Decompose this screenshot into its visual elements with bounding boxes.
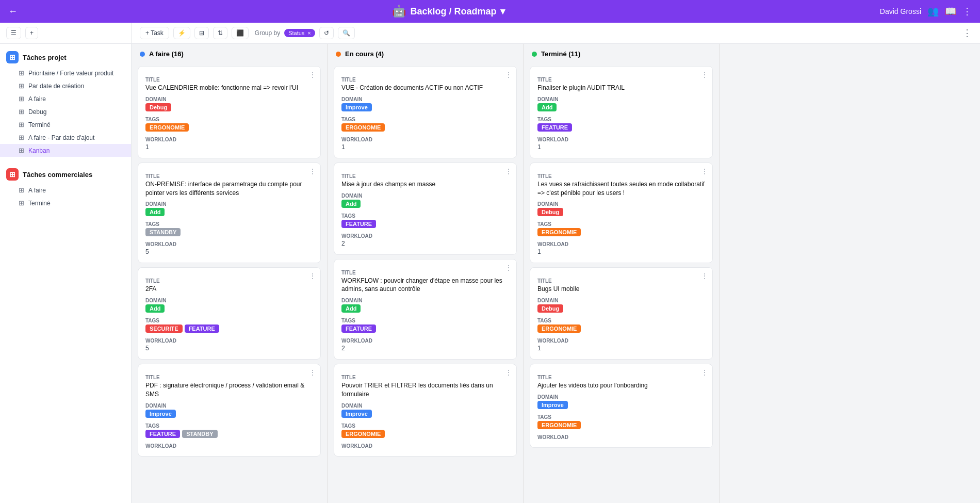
header-center: 🤖 Backlog / Roadmap ▾ — [392, 5, 505, 18]
card-termine-3[interactable]: ⋮ Title Ajouter les vidéos tuto pour l'o… — [530, 364, 713, 448]
column-dot-en-cours — [336, 52, 341, 57]
sidebar-toolbar: ☰ + — [0, 23, 131, 44]
card-tags: ERGONOMIE — [341, 430, 509, 439]
card-more-termine-0[interactable]: ⋮ — [701, 71, 708, 79]
sidebar-item-a-faire[interactable]: ⊞ A faire — [0, 92, 131, 105]
title-label: Title — [537, 278, 705, 284]
card-more-termine-1[interactable]: ⋮ — [701, 167, 708, 175]
columns-button[interactable]: ⊟ — [194, 27, 209, 39]
card-tags: FEATURE — [537, 123, 705, 133]
domain-label: Domain — [341, 193, 509, 199]
card-termine-1[interactable]: ⋮ Title Les vues se rafraichissent toute… — [530, 163, 713, 264]
more-icon[interactable]: ⋮ — [962, 6, 972, 17]
card-domain: Debug — [537, 208, 705, 217]
card-tags: STANDBY — [145, 228, 313, 237]
filter-label: Status — [288, 30, 304, 36]
card-title-text: Pouvoir TRIER et FILTRER les documents l… — [341, 381, 509, 399]
column-header-termine: Terminé (11) — [524, 44, 719, 62]
tags-label: Tags — [537, 318, 705, 323]
sidebar-item-par-date-creation[interactable]: ⊞ Par date de création — [0, 79, 131, 92]
sidebar-item-com-termine[interactable]: ⊞ Terminé — [0, 197, 131, 209]
domain-label: Domain — [537, 298, 705, 303]
add-task-button[interactable]: + Task — [140, 27, 169, 39]
card-more-a-faire-1[interactable]: ⋮ — [309, 167, 316, 175]
card-domain: Improve — [537, 401, 705, 410]
workload-label: Workload — [537, 137, 705, 142]
card-a-faire-1[interactable]: ⋮ Title ON-PREMISE: interface de paramet… — [138, 163, 321, 264]
app-icon: 🤖 — [392, 5, 406, 18]
title-label: Title — [341, 270, 509, 275]
table-icon-3: ⊞ — [19, 95, 24, 103]
tag-standby: STANDBY — [182, 430, 217, 438]
sidebar-item-kanban[interactable]: ⊞ Kanban — [0, 144, 131, 157]
dropdown-icon[interactable]: ▾ — [500, 6, 505, 17]
card-more-en-cours-1[interactable]: ⋮ — [505, 167, 512, 175]
card-en-cours-3[interactable]: ⋮ Title Pouvoir TRIER et FILTRER les doc… — [334, 364, 517, 457]
sidebar-section-label-commerciales: Tâches commerciales — [23, 171, 92, 179]
sidebar-item-prioritaire[interactable]: ⊞ Prioritaire / Forte valeur produit — [0, 67, 131, 79]
title-label: Title — [145, 375, 313, 380]
status-filter-badge[interactable]: Status × — [284, 29, 315, 37]
card-domain: Add — [145, 304, 313, 314]
column-title-en-cours: En cours (4) — [345, 50, 384, 58]
card-more-termine-3[interactable]: ⋮ — [701, 368, 708, 377]
card-more-a-faire-2[interactable]: ⋮ — [309, 272, 316, 280]
card-a-faire-3[interactable]: ⋮ Title PDF : signature électronique / p… — [138, 364, 321, 457]
workload-label: Workload — [341, 443, 509, 449]
card-more-a-faire-0[interactable]: ⋮ — [309, 71, 316, 79]
sidebar-item-debug[interactable]: ⊞ Debug — [0, 105, 131, 118]
column-cards-en-cours: ⋮ Title VUE - Création de documents ACTI… — [328, 62, 523, 503]
column-dot-termine — [532, 52, 537, 57]
filter-button[interactable]: ⬛ — [232, 27, 249, 39]
card-more-en-cours-0[interactable]: ⋮ — [505, 71, 512, 79]
commerciales-icon: ⊞ — [6, 168, 19, 181]
workload-label: Workload — [145, 443, 313, 449]
card-en-cours-0[interactable]: ⋮ Title VUE - Création de documents ACTI… — [334, 66, 517, 158]
column-a-faire: A faire (16) ⋮ Title Vue CALENDRIER mobi… — [132, 44, 328, 503]
card-more-en-cours-2[interactable]: ⋮ — [505, 264, 512, 272]
card-en-cours-1[interactable]: ⋮ Title Mise à jour des champs en masse … — [334, 163, 517, 255]
toolbar: + Task ⚡ ⊟ ⇅ ⬛ Group by Status × ↺ 🔍 ⋮ — [132, 23, 980, 44]
tags-label: Tags — [341, 318, 509, 323]
card-termine-2[interactable]: ⋮ Title Bugs UI mobile Domain Debug Tags… — [530, 267, 713, 360]
back-button[interactable]: ← — [8, 6, 18, 17]
search-button[interactable]: 🔍 — [338, 27, 355, 39]
lightning-button[interactable]: ⚡ — [173, 27, 190, 39]
sidebar-item-termine[interactable]: ⊞ Terminé — [0, 118, 131, 131]
domain-label: Domain — [341, 96, 509, 102]
card-title-text: Les vues se rafraichissent toutes seules… — [537, 180, 705, 198]
workload-label: Workload — [537, 338, 705, 344]
sort-button[interactable]: ⇅ — [213, 27, 227, 39]
sidebar-toggle-button[interactable]: ☰ — [6, 27, 21, 39]
card-title-text: ON-PREMISE: interface de parametrage du … — [145, 180, 313, 198]
refresh-button[interactable]: ↺ — [319, 27, 334, 39]
filter-remove-button[interactable]: × — [307, 30, 311, 36]
card-en-cours-2[interactable]: ⋮ Title WORKFLOW : pouvoir changer d'éta… — [334, 259, 517, 360]
card-more-termine-2[interactable]: ⋮ — [701, 272, 708, 280]
card-tags: ERGONOMIE — [537, 421, 705, 430]
tag-feature: FEATURE — [185, 324, 219, 333]
column-header-a-faire: A faire (16) — [132, 44, 327, 62]
card-title-text: VUE - Création de documents ACTIF ou non… — [341, 84, 509, 92]
card-workload: 1 — [145, 143, 313, 151]
book-icon: 📖 — [945, 6, 956, 17]
card-more-a-faire-3[interactable]: ⋮ — [309, 368, 316, 377]
card-a-faire-2[interactable]: ⋮ Title 2FA Domain Add Tags SECURITEFEAT… — [138, 267, 321, 360]
card-workload: 1 — [537, 345, 705, 352]
column-header-en-cours: En cours (4) — [328, 44, 523, 62]
column-en-cours: En cours (4) ⋮ Title VUE - Création de d… — [328, 44, 524, 503]
card-a-faire-0[interactable]: ⋮ Title Vue CALENDRIER mobile: fonctionn… — [138, 66, 321, 158]
card-title-text: Bugs UI mobile — [537, 285, 705, 294]
sidebar-item-com-a-faire[interactable]: ⊞ A faire — [0, 184, 131, 197]
tags-label: Tags — [145, 221, 313, 227]
card-domain: Add — [537, 103, 705, 112]
tag-standby: STANDBY — [145, 228, 181, 236]
card-workload: 5 — [145, 248, 313, 255]
card-more-en-cours-3[interactable]: ⋮ — [505, 368, 512, 377]
card-workload: 2 — [341, 240, 509, 247]
sidebar-add-button[interactable]: + — [25, 27, 38, 39]
card-termine-0[interactable]: ⋮ Title Finaliser le plugin AUDIT TRAIL … — [530, 66, 713, 158]
toolbar-more-button[interactable]: ⋮ — [962, 28, 972, 38]
title-label: Title — [537, 77, 705, 83]
sidebar-item-a-faire-par-date[interactable]: ⊞ A faire - Par date d'ajout — [0, 131, 131, 144]
